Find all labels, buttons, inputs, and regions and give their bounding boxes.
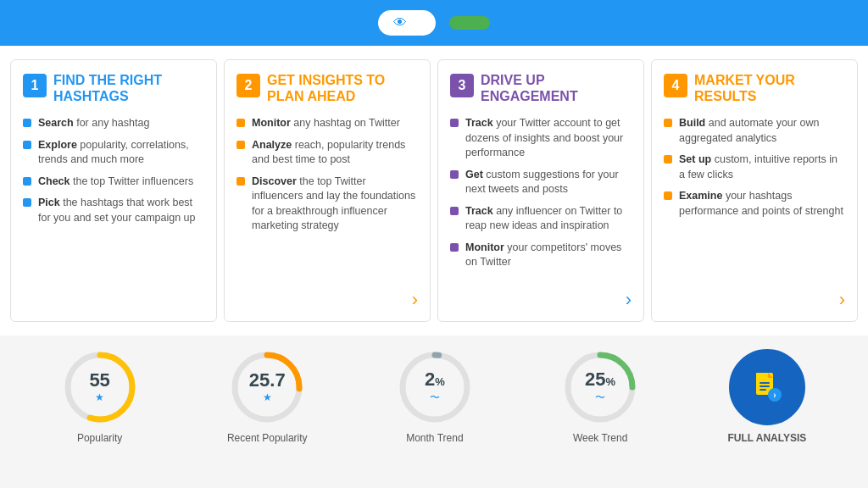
card-item: Search for any hashtag (23, 116, 204, 131)
card-arrow[interactable]: › (412, 289, 418, 311)
circle-wrap: 55 ★ (62, 349, 138, 425)
metric-value: 25% (585, 370, 615, 389)
card-item: Examine your hashtags performance and po… (664, 189, 845, 219)
metric-label: Month Trend (406, 432, 463, 444)
card-item-text: Track your Twitter account to get dozens… (465, 116, 632, 161)
svg-rect-11 (760, 385, 770, 387)
metric-value: 2% (425, 370, 445, 389)
metric-label: Popularity (77, 432, 122, 444)
metric-label: Week Trend (573, 432, 627, 444)
card-title: MARKET YOUR RESULTS (694, 72, 845, 104)
card-item: Pick the hashtags that work best for you… (23, 196, 204, 225)
metric-value: 25.7 (249, 371, 286, 390)
card-header: 2 GET INSIGHTS TO PLAN AHEAD (236, 72, 418, 104)
metrics-area: 55 ★ Popularity 25.7 ★ Recent Popularity… (0, 336, 868, 452)
card-title: FIND THE RIGHT HASHTAGS (53, 72, 204, 104)
metric-week-trend: 25% 〜 Week Trend (562, 349, 638, 444)
card-4: 4 MARKET YOUR RESULTS Build and automate… (651, 59, 858, 322)
circle-center: 2% 〜 (425, 370, 445, 405)
document-icon: › (751, 371, 783, 403)
full-analysis-button[interactable]: › (729, 349, 805, 425)
card-title: DRIVE UP ENGAGEMENT (481, 72, 632, 104)
card-item: Track any influencer on Twitter to reap … (450, 204, 632, 234)
search-pill: 👁 (378, 10, 436, 36)
card-item: Analyze reach, popularity trends and bes… (236, 138, 418, 168)
circle-wrap: 25% 〜 (562, 349, 638, 425)
card-item: Discover the top Twitter influencers and… (236, 175, 418, 234)
full-analysis-label: FULL ANALYSIS (727, 432, 806, 444)
card-number: 3 (450, 74, 474, 97)
card-item-text: Track any influencer on Twitter to reap … (465, 204, 632, 234)
bullet-icon (236, 177, 245, 186)
card-items: Search for any hashtag Explore popularit… (23, 116, 204, 225)
card-item: Get custom suggestions for your next twe… (450, 168, 632, 197)
card-item-text: Set up custom, intuitive reports in a fe… (679, 152, 845, 182)
card-3: 3 DRIVE UP ENGAGEMENT Track your Twitter… (437, 59, 644, 322)
card-header: 3 DRIVE UP ENGAGEMENT (450, 72, 632, 104)
svg-rect-9 (756, 373, 768, 380)
card-number: 1 (23, 74, 47, 97)
bullet-icon (664, 191, 672, 200)
card-item: Set up custom, intuitive reports in a fe… (664, 152, 845, 182)
card-header: 1 FIND THE RIGHT HASHTAGS (23, 72, 204, 104)
card-number: 2 (236, 74, 260, 97)
get-extension-button[interactable] (449, 16, 490, 30)
cards-area: 1 FIND THE RIGHT HASHTAGS Search for any… (0, 46, 868, 336)
card-item-text: Analyze reach, popularity trends and bes… (252, 138, 418, 168)
circle-wrap: 25.7 ★ (229, 349, 305, 425)
circle-wrap: 2% 〜 (397, 349, 473, 425)
bullet-icon (450, 207, 459, 215)
metric-full-analysis: › FULL ANALYSIS (727, 349, 806, 444)
bullet-icon (236, 119, 245, 127)
metric-value: 55 (89, 371, 109, 390)
bullet-icon (236, 141, 245, 149)
bullet-icon (450, 119, 459, 127)
card-item: Monitor any hashtag on Twitter (236, 116, 418, 131)
eye-icon: 👁 (393, 15, 407, 30)
bullet-icon (664, 119, 672, 127)
card-item-text: Examine your hashtags performance and po… (679, 189, 845, 219)
card-item: Track your Twitter account to get dozens… (450, 116, 632, 161)
card-items: Monitor any hashtag on Twitter Analyze r… (236, 116, 418, 234)
bullet-icon (23, 177, 31, 186)
card-item-text: Monitor any hashtag on Twitter (252, 116, 400, 131)
metric-icon: ★ (95, 391, 104, 403)
metric-label: Recent Popularity (227, 432, 308, 444)
card-2: 2 GET INSIGHTS TO PLAN AHEAD Monitor any… (224, 59, 431, 322)
svg-rect-12 (760, 389, 766, 391)
header: 👁 (0, 0, 868, 46)
card-item: Check the top Twitter influencers (23, 175, 204, 190)
card-item-text: Build and automate your own aggregated a… (679, 116, 845, 146)
card-item-text: Pick the hashtags that work best for you… (38, 196, 204, 225)
metric-recent-popularity: 25.7 ★ Recent Popularity (227, 349, 308, 444)
card-item-text: Get custom suggestions for your next twe… (465, 168, 632, 197)
bullet-icon (450, 170, 459, 179)
card-1: 1 FIND THE RIGHT HASHTAGS Search for any… (10, 59, 217, 322)
metric-icon: ★ (263, 391, 272, 403)
bullet-icon (664, 155, 672, 164)
card-items: Build and automate your own aggregated a… (664, 116, 845, 219)
card-item-text: Check the top Twitter influencers (38, 175, 193, 190)
svg-text:›: › (773, 391, 776, 400)
circle-center: 25.7 ★ (249, 371, 286, 403)
svg-rect-10 (760, 382, 770, 384)
card-arrow[interactable]: › (839, 289, 845, 311)
card-title: GET INSIGHTS TO PLAN AHEAD (267, 72, 418, 104)
card-number: 4 (664, 74, 687, 97)
card-items: Track your Twitter account to get dozens… (450, 116, 632, 270)
card-item-text: Explore popularity, correlations, trends… (38, 138, 204, 168)
card-arrow[interactable]: › (626, 289, 632, 311)
card-item: Explore popularity, correlations, trends… (23, 138, 204, 168)
card-item-text: Search for any hashtag (38, 116, 149, 131)
card-item-text: Monitor your competitors' moves on Twitt… (465, 241, 632, 270)
circle-center: 55 ★ (89, 371, 109, 403)
metric-icon: 〜 (430, 391, 440, 405)
metric-month-trend: 2% 〜 Month Trend (397, 349, 473, 444)
bullet-icon (23, 119, 31, 127)
card-item: Monitor your competitors' moves on Twitt… (450, 241, 632, 270)
metric-icon: 〜 (595, 391, 605, 405)
card-item: Build and automate your own aggregated a… (664, 116, 845, 146)
card-header: 4 MARKET YOUR RESULTS (664, 72, 845, 104)
bullet-icon (23, 198, 31, 207)
bullet-icon (450, 243, 459, 252)
